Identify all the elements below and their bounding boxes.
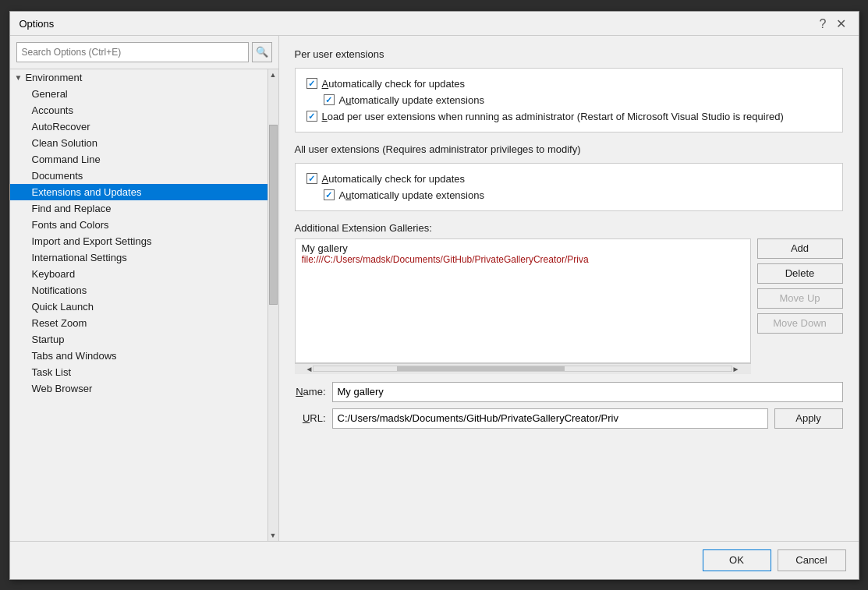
per-user-section-box: Automatically check for updates Automati…	[295, 68, 843, 132]
tree-item-reset-zoom[interactable]: Reset Zoom	[10, 315, 267, 331]
tree-item-notifications[interactable]: Notifications	[10, 282, 267, 299]
galleries-list[interactable]: My gallery file:///C:/Users/madsk/Docume…	[295, 238, 751, 363]
tree-item-command-line[interactable]: Command Line	[10, 151, 267, 168]
per-user-cb3-row: Load per user extensions when running as…	[306, 111, 831, 122]
hscroll-thumb	[397, 366, 564, 371]
tree-item-task-list[interactable]: Task List	[10, 364, 267, 380]
cancel-button[interactable]: Cancel	[778, 549, 846, 571]
vscroll-down-btn[interactable]: ▼	[268, 530, 278, 541]
all-user-cb2-row: Automatically update extensions	[306, 189, 831, 201]
ok-button[interactable]: OK	[703, 549, 771, 571]
hscroll-left-btn[interactable]: ◄	[306, 365, 314, 373]
tree-item-find-and-replace[interactable]: Find and Replace	[10, 200, 267, 217]
tree-item-import-and-export-settings[interactable]: Import and Export Settings	[10, 233, 267, 249]
tree-item-extensions-and-updates[interactable]: Extensions and Updates	[10, 184, 267, 200]
footer-bar: OK Cancel	[10, 541, 859, 579]
vscroll-thumb	[269, 125, 278, 305]
tree-arrow-icon: ▼	[15, 73, 23, 82]
per-user-cb1-label: Automatically check for updates	[322, 78, 466, 90]
tree-item-quick-launch[interactable]: Quick Launch	[10, 299, 267, 315]
galleries-label: Additional Extension Galleries:	[295, 222, 843, 234]
all-user-section-title: All user extensions (Requires administra…	[295, 143, 843, 155]
url-label: URL:	[295, 412, 326, 424]
gallery-item-1[interactable]: My gallery file:///C:/Users/madsk/Docume…	[296, 239, 750, 268]
vscroll-track	[268, 80, 278, 530]
tree-item-tabs-and-windows[interactable]: Tabs and Windows	[10, 348, 267, 364]
tree-item-accounts[interactable]: Accounts	[10, 102, 267, 118]
tree-item-web-browser[interactable]: Web Browser	[10, 380, 267, 397]
name-row: Name:	[295, 382, 843, 402]
tree-root-environment[interactable]: ▼ Environment	[10, 69, 267, 86]
tree-item-general[interactable]: General	[10, 86, 267, 102]
title-controls: ? ✕	[817, 18, 849, 30]
dialog-body: 🔍 ▼ Environment GeneralAccountsAutoRecov…	[10, 36, 859, 541]
all-user-cb1-label: Automatically check for updates	[322, 173, 466, 185]
add-button[interactable]: Add	[757, 238, 843, 259]
gallery-item-url: file:///C:/Users/madsk/Documents/GitHub/…	[302, 254, 744, 265]
hscroll-right-btn[interactable]: ►	[732, 365, 740, 373]
tree-vscrollbar[interactable]: ▲ ▼	[267, 69, 278, 541]
tree-scrollbar-container: ▼ Environment GeneralAccountsAutoRecover…	[10, 69, 278, 541]
tree-root-label: Environment	[25, 72, 82, 83]
per-user-cb3[interactable]	[306, 111, 317, 122]
tree-item-documents[interactable]: Documents	[10, 168, 267, 184]
all-user-cb2[interactable]	[324, 189, 335, 200]
help-button[interactable]: ?	[817, 18, 830, 30]
all-user-section-box: Automatically check for updates Automati…	[295, 163, 843, 211]
right-panel: Per user extensions Automatically check …	[279, 36, 859, 541]
apply-button[interactable]: Apply	[774, 408, 843, 429]
galleries-section: Additional Extension Galleries: My galle…	[295, 222, 843, 374]
per-user-section-title: Per user extensions	[295, 48, 843, 60]
url-row: URL: Apply	[295, 408, 843, 429]
search-button[interactable]: 🔍	[252, 42, 272, 62]
name-input[interactable]	[332, 382, 843, 402]
galleries-list-container: My gallery file:///C:/Users/madsk/Docume…	[295, 238, 751, 374]
gallery-item-name: My gallery	[302, 242, 744, 254]
dialog-title: Options	[19, 18, 55, 30]
tree-item-keyboard[interactable]: Keyboard	[10, 266, 267, 282]
tree-item-international-settings[interactable]: International Settings	[10, 249, 267, 266]
per-user-cb2[interactable]	[324, 94, 335, 105]
per-user-cb1-row: Automatically check for updates	[306, 78, 831, 90]
move-down-button[interactable]: Move Down	[757, 313, 843, 334]
search-input[interactable]	[16, 42, 249, 62]
close-button[interactable]: ✕	[833, 18, 849, 30]
per-user-cb2-row: Automatically update extensions	[306, 94, 831, 106]
hscroll-track	[313, 366, 732, 372]
per-user-cb2-label: Automatically update extensions	[339, 94, 484, 106]
name-label: Name:	[295, 386, 326, 397]
move-up-button[interactable]: Move Up	[757, 288, 843, 309]
tree-item-fonts-and-colors[interactable]: Fonts and Colors	[10, 217, 267, 233]
all-user-cb1-row: Automatically check for updates	[306, 173, 831, 185]
tree-item-startup[interactable]: Startup	[10, 331, 267, 348]
options-dialog: Options ? ✕ 🔍 ▼ Environment Genera	[9, 11, 859, 580]
all-user-cb1[interactable]	[306, 173, 317, 184]
url-input[interactable]	[332, 408, 768, 429]
delete-button[interactable]: Delete	[757, 263, 843, 284]
title-bar: Options ? ✕	[10, 12, 859, 36]
tree-item-autorecover[interactable]: AutoRecover	[10, 118, 267, 135]
per-user-cb3-label: Load per user extensions when running as…	[322, 111, 784, 122]
tree-item-clean-solution[interactable]: Clean Solution	[10, 135, 267, 151]
horizontal-scrollbar[interactable]: ◄ ►	[295, 363, 751, 374]
vscroll-up-btn[interactable]: ▲	[268, 69, 278, 80]
all-user-cb2-label: Automatically update extensions	[339, 189, 484, 201]
tree-list: ▼ Environment GeneralAccountsAutoRecover…	[10, 69, 267, 541]
search-container: 🔍	[10, 36, 278, 69]
galleries-buttons: Add Delete Move Up Move Down	[757, 238, 843, 374]
galleries-row: My gallery file:///C:/Users/madsk/Docume…	[295, 238, 843, 374]
left-panel: 🔍 ▼ Environment GeneralAccountsAutoRecov…	[10, 36, 279, 541]
per-user-cb1[interactable]	[306, 78, 317, 89]
